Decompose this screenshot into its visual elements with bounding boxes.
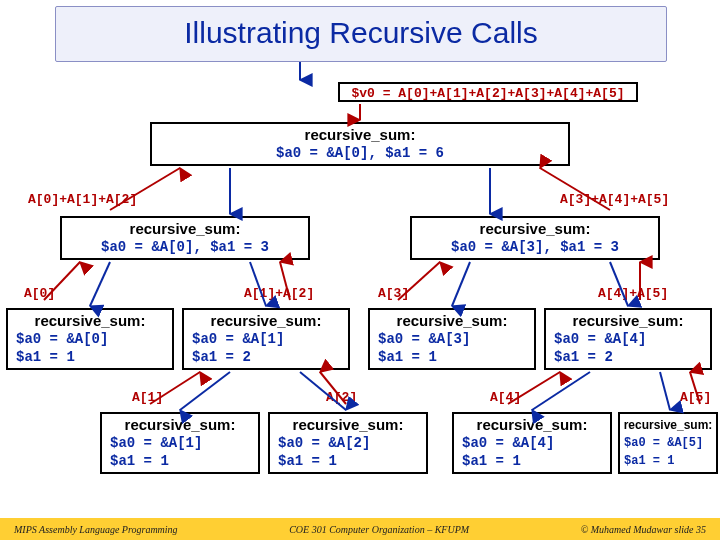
l3-n3-call-args: $a0 = &A[4] $a1 = 2 bbox=[546, 330, 710, 368]
l2-left-call-args: $a0 = &A[0], $a1 = 3 bbox=[62, 238, 308, 258]
l3-n3-result: A[4]+A[5] bbox=[598, 286, 668, 301]
l3-n1-call: recursive_sum: $a0 = &A[1] $a1 = 2 bbox=[182, 308, 350, 370]
root-call-args: $a0 = &A[0], $a1 = 6 bbox=[152, 144, 568, 164]
l4-n1-call-args: $a0 = &A[2] $a1 = 1 bbox=[270, 434, 426, 472]
svg-line-8 bbox=[452, 262, 470, 306]
l3-n3-call: recursive_sum: $a0 = &A[4] $a1 = 2 bbox=[544, 308, 712, 370]
root-result: $v0 = A[0]+A[1]+A[2]+A[3]+A[4]+A[5] bbox=[338, 82, 638, 102]
l4-n2-call: recursive_sum: $a0 = &A[4] $a1 = 1 bbox=[452, 412, 612, 474]
l4-n3-call: recursive_sum: $a0 = &A[5] $a1 = 1 bbox=[618, 412, 718, 474]
l3-n2-call-args: $a0 = &A[3] $a1 = 1 bbox=[370, 330, 534, 368]
l3-n0-result: A[0] bbox=[24, 286, 55, 301]
l2-left-result: A[0]+A[1]+A[2] bbox=[28, 192, 137, 207]
l3-n2-call-header: recursive_sum: bbox=[370, 310, 534, 330]
l4-n0-result: A[1] bbox=[132, 390, 163, 405]
svg-line-16 bbox=[532, 372, 590, 410]
l2-left-call-header: recursive_sum: bbox=[62, 218, 308, 238]
l4-n0-call-args: $a0 = &A[1] $a1 = 1 bbox=[102, 434, 258, 472]
l4-n2-call-args: $a0 = &A[4] $a1 = 1 bbox=[454, 434, 610, 472]
l2-right-call-header: recursive_sum: bbox=[412, 218, 658, 238]
l3-n2-call: recursive_sum: $a0 = &A[3] $a1 = 1 bbox=[368, 308, 536, 370]
l2-right-call-args: $a0 = &A[3], $a1 = 3 bbox=[412, 238, 658, 258]
l4-n1-result: A[2] bbox=[326, 390, 357, 405]
l2-right-result: A[3]+A[4]+A[5] bbox=[560, 192, 669, 207]
l4-n2-result: A[4] bbox=[490, 390, 521, 405]
root-call-header: recursive_sum: bbox=[152, 124, 568, 144]
l4-n2-call-header: recursive_sum: bbox=[454, 414, 610, 434]
l3-n0-call-args: $a0 = &A[0] $a1 = 1 bbox=[8, 330, 172, 368]
l4-n0-call: recursive_sum: $a0 = &A[1] $a1 = 1 bbox=[100, 412, 260, 474]
l4-n1-call: recursive_sum: $a0 = &A[2] $a1 = 1 bbox=[268, 412, 428, 474]
svg-line-6 bbox=[90, 262, 110, 306]
l4-n3-call-args: $a0 = &A[5] $a1 = 1 bbox=[620, 434, 716, 472]
l3-n2-result: A[3] bbox=[378, 286, 409, 301]
l3-n0-call-header: recursive_sum: bbox=[8, 310, 172, 330]
l4-n3-result: A[5] bbox=[680, 390, 711, 405]
footer-center: COE 301 Computer Organization – KFUPM bbox=[289, 524, 469, 535]
footer-left: MIPS Assembly Language Programming bbox=[14, 524, 178, 535]
l2-left-call: recursive_sum: $a0 = &A[0], $a1 = 3 bbox=[60, 216, 310, 260]
l4-n0-call-header: recursive_sum: bbox=[102, 414, 258, 434]
l4-n1-call-header: recursive_sum: bbox=[270, 414, 426, 434]
slide-title: Illustrating Recursive Calls bbox=[55, 6, 667, 62]
footer-right: © Muhamed Mudawar slide 35 bbox=[581, 524, 706, 535]
l3-n3-call-header: recursive_sum: bbox=[546, 310, 710, 330]
l3-n1-result: A[1]+A[2] bbox=[244, 286, 314, 301]
slide-footer: MIPS Assembly Language Programming COE 3… bbox=[0, 518, 720, 540]
l3-n1-call-header: recursive_sum: bbox=[184, 310, 348, 330]
l3-n0-call: recursive_sum: $a0 = &A[0] $a1 = 1 bbox=[6, 308, 174, 370]
l4-n3-call-header: recursive_sum: bbox=[620, 414, 716, 434]
l3-n1-call-args: $a0 = &A[1] $a1 = 2 bbox=[184, 330, 348, 368]
svg-line-14 bbox=[180, 372, 230, 410]
svg-line-17 bbox=[660, 372, 670, 410]
root-call: recursive_sum: $a0 = &A[0], $a1 = 6 bbox=[150, 122, 570, 166]
l2-right-call: recursive_sum: $a0 = &A[3], $a1 = 3 bbox=[410, 216, 660, 260]
